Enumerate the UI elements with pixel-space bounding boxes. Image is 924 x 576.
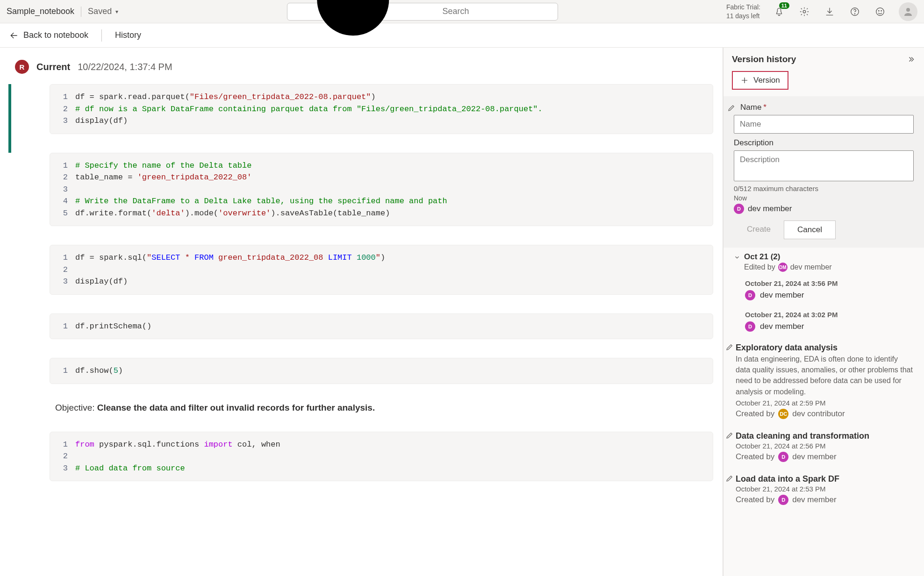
code-cell[interactable]: 1from pyspark.sql.functions import col, … xyxy=(8,432,723,500)
version-timestamp: October 21, 2024 at 3:56 PM xyxy=(745,279,914,287)
line-number: 3 xyxy=(58,115,75,127)
version-group-header[interactable]: Oct 21 (2) Edited by DM dev member xyxy=(723,248,924,275)
top-bar: Sample_notebook Saved ▾ Fabric Trial: 11… xyxy=(0,0,924,23)
code-line: table_name = 'green_tripdata_2022_08' xyxy=(75,171,251,184)
name-field-label: Name* xyxy=(740,103,766,112)
editor-name: dev member xyxy=(790,263,832,271)
svg-point-6 xyxy=(879,10,879,11)
pencil-icon[interactable] xyxy=(725,431,734,440)
author-avatar: R xyxy=(15,60,29,74)
pencil-icon[interactable] xyxy=(725,343,734,351)
account-avatar[interactable] xyxy=(899,2,917,21)
trial-line1: Fabric Trial: xyxy=(726,3,760,11)
svg-point-7 xyxy=(881,10,881,11)
add-version-button[interactable]: Version xyxy=(732,71,788,90)
panel-title: Version history xyxy=(732,54,796,64)
user-avatar: D xyxy=(745,321,755,332)
plus-icon xyxy=(740,76,749,85)
line-number: 2 xyxy=(58,264,75,276)
line-number: 5 xyxy=(58,207,75,220)
download-button[interactable] xyxy=(823,5,836,18)
gear-icon xyxy=(799,7,809,17)
notebook-name[interactable]: Sample_notebook xyxy=(7,7,74,16)
feedback-button[interactable] xyxy=(874,5,887,18)
download-icon xyxy=(824,7,835,17)
line-number: 1 xyxy=(58,439,75,451)
code-line: df = spark.sql("SELECT * FROM green_trip… xyxy=(75,252,385,264)
svg-point-2 xyxy=(803,10,806,13)
version-item[interactable]: October 21, 2024 at 3:56 PMDdev member xyxy=(723,275,924,306)
code-line: df.printSchema() xyxy=(75,320,151,333)
version-timestamp: October 21, 2024 at 3:02 PM xyxy=(745,311,914,319)
named-version-description: In data engineering, EDA is often done t… xyxy=(736,354,914,397)
version-author: Ddev member xyxy=(745,321,914,332)
version-name-input[interactable] xyxy=(734,115,914,134)
svg-point-4 xyxy=(854,14,855,14)
named-version-author: Created byDdev member xyxy=(736,495,914,505)
line-number: 1 xyxy=(58,252,75,264)
line-number: 1 xyxy=(58,160,75,172)
separator xyxy=(81,7,81,17)
code-cell[interactable]: 1# Specify the name of the Delta table2t… xyxy=(8,153,723,245)
line-number: 3 xyxy=(58,276,75,288)
user-avatar: D xyxy=(734,204,744,214)
now-label: Now xyxy=(734,194,914,202)
char-count-hint: 0/512 maximum characters xyxy=(734,185,914,192)
code-cell[interactable]: 1df = spark.sql("SELECT * FROM green_tri… xyxy=(8,245,723,313)
named-version-item[interactable]: Data cleaning and transformationOctober … xyxy=(723,426,924,469)
current-timestamp: 10/22/2024, 1:37:4 PM xyxy=(78,62,172,72)
nav-bar: Back to notebook History xyxy=(0,23,924,48)
code-line: # Load data from source xyxy=(75,462,185,475)
header-right: Fabric Trial: 11 days left 11 xyxy=(726,2,917,21)
svg-point-0 xyxy=(317,0,389,36)
named-version-title: Exploratory data analysis xyxy=(736,343,914,353)
trial-status[interactable]: Fabric Trial: 11 days left xyxy=(726,3,760,20)
search-wrap xyxy=(118,3,726,21)
version-item[interactable]: October 21, 2024 at 3:02 PMDdev member xyxy=(723,306,924,337)
settings-button[interactable] xyxy=(798,5,811,18)
user-name: dev member xyxy=(748,204,792,213)
notification-badge: 11 xyxy=(779,2,789,9)
help-icon xyxy=(850,7,860,17)
notebook-content[interactable]: R Current 10/22/2024, 1:37:4 PM 1df = sp… xyxy=(0,48,723,576)
code-line: # Specify the name of the Delta table xyxy=(75,160,251,172)
group-title: Oct 21 (2) xyxy=(744,252,914,262)
code-line: from pyspark.sql.functions import col, w… xyxy=(75,439,280,451)
version-history-panel: Version history Version Name* Descriptio… xyxy=(723,48,924,576)
code-line: df.show(5) xyxy=(75,365,123,377)
line-number: 1 xyxy=(58,320,75,333)
named-version-author: Created byDdev member xyxy=(736,452,914,462)
notifications-button[interactable]: 11 xyxy=(773,5,786,18)
code-line: # df now is a Spark DataFrame containing… xyxy=(75,103,543,115)
markdown-cell[interactable]: Objective: Cleanse the data and filter o… xyxy=(8,403,723,432)
named-version-item[interactable]: Exploratory data analysisIn data enginee… xyxy=(723,337,924,426)
cancel-button[interactable]: Cancel xyxy=(784,220,836,239)
line-number: 2 xyxy=(58,171,75,184)
arrow-left-icon xyxy=(9,31,19,40)
create-button[interactable]: Create xyxy=(734,220,784,239)
help-button[interactable] xyxy=(848,5,861,18)
trial-line2: 11 days left xyxy=(726,12,760,20)
code-cell[interactable]: 1df.show(5) xyxy=(8,358,723,403)
named-version-item[interactable]: Load data into a Spark DFOctober 21, 202… xyxy=(723,469,924,512)
collapse-panel-icon[interactable] xyxy=(907,55,916,64)
code-cell[interactable]: 1df = spark.read.parquet("Files/green_tr… xyxy=(8,84,723,153)
back-to-notebook-link[interactable]: Back to notebook xyxy=(9,30,88,40)
line-number: 1 xyxy=(58,365,75,377)
search-input[interactable] xyxy=(442,6,552,17)
line-number: 2 xyxy=(58,450,75,462)
line-number: 3 xyxy=(58,184,75,196)
code-cell[interactable]: 1df.printSchema() xyxy=(8,313,723,358)
pencil-icon[interactable] xyxy=(725,474,734,483)
code-line: # Write the DataFrame to a Delta Lake ta… xyxy=(75,195,447,207)
version-description-input[interactable] xyxy=(734,150,914,181)
current-version-header: R Current 10/22/2024, 1:37:4 PM xyxy=(7,56,723,84)
save-status[interactable]: Saved ▾ xyxy=(88,7,118,16)
smiley-icon xyxy=(875,7,885,17)
named-version-timestamp: October 21, 2024 at 2:56 PM xyxy=(736,442,914,450)
code-line: df = spark.read.parquet("Files/green_tri… xyxy=(75,91,376,103)
pencil-icon xyxy=(727,104,736,112)
search-box[interactable] xyxy=(287,3,558,21)
description-field-label: Description xyxy=(734,138,914,148)
back-label: Back to notebook xyxy=(23,30,88,40)
